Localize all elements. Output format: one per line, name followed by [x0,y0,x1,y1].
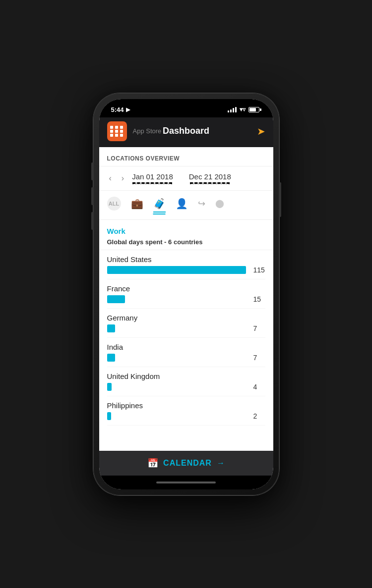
date-prev-button[interactable]: ‹ [107,173,114,184]
bar-track [107,266,250,274]
date-next-button[interactable]: › [120,173,126,184]
country-name: United States [107,255,265,264]
all-label: ALL [107,197,121,211]
location-arrow-icon: ▶ [126,107,130,113]
signal-icon [228,107,237,112]
date-end: Dec 21 2018 [189,172,231,181]
bar-row: 4 [107,383,265,391]
bar-row: 7 [107,324,265,332]
list-item: Philippines 2 [107,396,265,426]
calendar-label: CALENDAR [163,459,212,468]
nav-bar: App Store Dashboard ➤ [99,117,273,147]
date-start-item[interactable]: Jan 01 2018 [132,172,173,184]
app-icon[interactable] [107,121,127,141]
date-end-underline [190,182,230,184]
bar-fill [107,295,125,303]
location-nav-icon[interactable]: ➤ [257,125,265,137]
bar-track [107,354,250,362]
bar-count: 7 [253,354,265,362]
country-name: India [107,343,265,351]
bar-row: 2 [107,412,265,420]
country-name: Philippines [107,401,265,410]
notch [149,99,223,113]
bar-row: 115 [107,266,265,274]
bottom-bar[interactable]: 📅 CALENDAR → [99,451,273,476]
bar-row: 15 [107,295,265,303]
bar-track [107,324,250,332]
battery-icon [248,107,261,112]
bar-fill [107,324,116,332]
date-start: Jan 01 2018 [132,172,173,181]
days-separator: - [164,238,168,246]
home-indicator [99,476,273,489]
filter-tab-circle[interactable]: ⬤ [215,199,224,211]
list-item: India 7 [107,338,265,367]
bar-fill [107,354,116,362]
country-name: United Kingdom [107,372,265,380]
wifi-icon: ▾▿ [240,106,246,113]
bar-fill [107,412,111,420]
date-end-item[interactable]: Dec 21 2018 [189,172,231,184]
grid-icon [110,126,124,137]
work-section: Work Global days spent - 6 countries [99,220,273,250]
global-days-text: Global days spent - 6 countries [107,238,265,246]
person-icon: 👤 [176,198,188,210]
filter-tab-all[interactable]: ALL [107,197,121,214]
status-time-area: 5:44 ▶ [111,106,130,113]
bar-row: 7 [107,354,265,362]
bar-fill [107,266,246,274]
content-area: LOCATIONS OVERVIEW ‹ › Jan 01 2018 Dec 2… [99,147,273,451]
status-icons: ▾▿ [228,106,261,113]
country-name: Germany [107,314,265,322]
phone-frame: 5:44 ▶ ▾▿ [93,93,279,495]
countries-count: 6 countries [168,238,202,246]
bar-count: 15 [253,295,265,303]
phone-inner: 5:44 ▶ ▾▿ [99,99,273,489]
country-list: United States 115 France 15 Germany 7 In… [99,250,273,426]
locations-overview-header: LOCATIONS OVERVIEW [99,147,273,166]
calendar-icon: 📅 [147,458,158,469]
suitcase-icon: 🧳 [153,198,166,210]
date-range-bar: ‹ › Jan 01 2018 Dec 21 2018 [99,166,273,191]
filter-tab-work[interactable]: 🧳 [153,198,166,213]
filter-tab-route[interactable]: ↪ [198,198,205,212]
country-name: France [107,284,265,293]
bar-count: 4 [253,383,265,391]
list-item: United Kingdom 4 [107,367,265,396]
bar-track [107,383,250,391]
briefcase-icon: 💼 [131,198,143,210]
list-item: France 15 [107,279,265,309]
back-label[interactable]: App Store [133,127,162,135]
circle-icon: ⬤ [215,199,224,208]
nav-left: App Store [107,121,162,141]
bar-count: 2 [253,412,265,420]
bar-track [107,295,250,303]
filter-tabs: ALL 💼 🧳 👤 ↪ ⬤ [99,191,273,220]
filter-tab-briefcase[interactable]: 💼 [131,198,143,213]
home-bar [156,481,216,483]
calendar-arrow: → [217,459,225,468]
list-item: United States 115 [107,250,265,279]
list-item: Germany 7 [107,309,265,338]
screen: 5:44 ▶ ▾▿ [99,99,273,489]
filter-tab-person[interactable]: 👤 [176,198,188,213]
date-start-underline [132,182,172,184]
bar-count: 115 [253,266,265,274]
status-time: 5:44 [111,106,124,113]
work-title: Work [107,227,265,235]
bar-count: 7 [253,324,265,332]
bar-fill [107,383,112,391]
route-icon: ↪ [198,198,205,209]
global-days-label: Global days spent [107,238,163,246]
bar-track [107,412,250,420]
page-title: Dashboard [163,126,209,136]
